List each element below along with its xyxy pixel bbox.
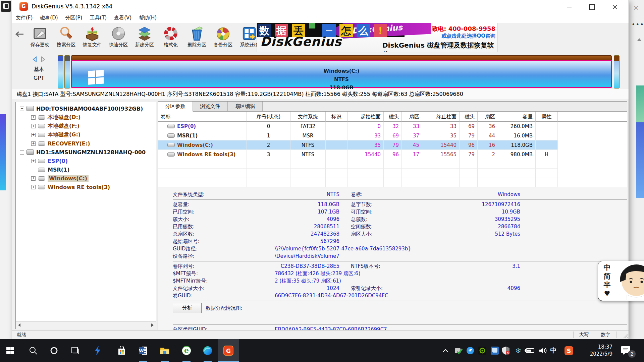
detail-row: 文件系统类型:NTFS卷标:Windows (173, 191, 627, 198)
column-header[interactable]: 容量 (498, 112, 536, 122)
tray-volume-icon[interactable] (538, 343, 548, 358)
column-header[interactable]: 序号(状态) (247, 112, 290, 122)
tool-save-button[interactable]: 保存更改 (27, 24, 53, 53)
column-header[interactable]: 磁头 (460, 112, 478, 122)
menu-item-4[interactable]: 查看(V) (110, 13, 135, 23)
green-browser-icon[interactable]: e (177, 339, 196, 362)
new-icon (137, 26, 152, 41)
collapse-icon[interactable]: − (20, 107, 24, 111)
tab-2[interactable]: 扇区编辑 (228, 102, 263, 111)
column-header[interactable]: 终止柱面 (422, 112, 460, 122)
menu-item-1[interactable]: 磁盘(D) (36, 13, 61, 23)
microsoft-store-icon[interactable] (113, 339, 131, 362)
flash-app-icon[interactable] (89, 339, 107, 362)
column-header[interactable]: 磁头 (384, 112, 402, 122)
tab-0[interactable]: 分区参数 (158, 102, 193, 112)
notification-center-icon[interactable]: 2 (621, 345, 634, 357)
tray-defender-icon[interactable] (501, 343, 511, 358)
column-header[interactable]: 文件系统 (290, 112, 326, 122)
cortana-icon[interactable] (45, 339, 63, 362)
tab-1[interactable]: 浏览文件 (193, 102, 228, 111)
partition-body: Windows(C:) NTFS 118.0GB (71, 60, 612, 88)
ime-status-widget[interactable]: 中简半♥ (598, 261, 644, 301)
menu-item-3[interactable]: 工具(T) (86, 13, 110, 23)
tray-intel-graphics-icon[interactable] (490, 343, 500, 358)
tree-horizontal-scrollbar[interactable] (16, 321, 156, 329)
scroll-right-icon[interactable] (149, 322, 156, 328)
partition-bar-windows-c[interactable]: Windows(C:) NTFS 118.0GB (71, 55, 612, 88)
menu-item-0[interactable]: 文件(F) (12, 13, 36, 23)
tool-recover-button[interactable]: 恢复文件 (79, 24, 105, 53)
tray-nvidia-icon[interactable] (477, 343, 487, 358)
ad-banner[interactable]: 数据丢─怎么! DiskGenius 致电: 400-008-9958 或点击此… (257, 23, 498, 52)
tree-item--d-[interactable]: +本地磁盘(D:) (16, 113, 156, 122)
partition-sliver-esp[interactable] (58, 55, 63, 88)
back-arrow-icon[interactable] (14, 29, 25, 39)
menu-item-5[interactable]: 帮助(H) (135, 13, 160, 23)
analyze-button[interactable]: 分析 (173, 303, 202, 313)
expand-icon[interactable]: + (31, 133, 36, 137)
banner-qq-link[interactable]: 或点击此处选择QQ咨询 (441, 33, 495, 39)
tray-ime-mode[interactable]: 中 (548, 343, 558, 358)
table-row[interactable]: MSR(1)1MSR33693735794416.0MB (158, 131, 627, 140)
table-row[interactable]: Windows(C:)2NTFS357945154409616118.0GB (158, 140, 627, 150)
minimize-button[interactable] (561, 3, 577, 11)
prev-disk-icon[interactable] (32, 56, 37, 62)
resize-grip[interactable] (623, 333, 628, 338)
collapse-icon[interactable]: − (20, 150, 24, 155)
file-explorer-icon[interactable] (156, 339, 174, 362)
edge-icon[interactable] (199, 339, 217, 362)
scroll-left-icon[interactable] (16, 322, 23, 328)
tray-update-check-icon[interactable] (453, 343, 464, 358)
search-taskbar-icon[interactable] (24, 339, 42, 362)
column-header[interactable]: 属性 (536, 112, 558, 122)
partition-sliver-next[interactable] (614, 55, 620, 88)
expand-icon[interactable]: + (31, 176, 36, 181)
expand-icon[interactable]: + (31, 124, 36, 128)
tree-item-hd1-samsungmznln128hahq-000[interactable]: −HD1:SAMSUNGMZNLN128HAHQ-000 (16, 148, 156, 157)
tool-new-button[interactable]: 新建分区 (131, 24, 158, 53)
expand-icon[interactable]: + (31, 159, 36, 163)
expand-icon[interactable]: + (31, 115, 36, 120)
table-row[interactable]: ESP(0)0FAT3203233336936260.0MB (158, 122, 627, 131)
tray-sogou-icon[interactable]: S (564, 343, 574, 358)
tree-item-windows-re-tools-3-[interactable]: +Windows RE tools(3) (16, 183, 156, 191)
maximize-button[interactable] (584, 3, 600, 11)
partition-sliver-msr[interactable] (64, 55, 70, 88)
diskgenius-taskbar-icon[interactable]: G (219, 339, 237, 362)
task-view-icon[interactable] (66, 339, 84, 362)
start-button[interactable] (1, 339, 19, 362)
tool-delete-button[interactable]: 删除分区 (184, 24, 210, 53)
tree-item-msr-1-[interactable]: MSR(1) (16, 165, 156, 174)
column-header[interactable]: 起始柱面 (347, 112, 384, 122)
next-disk-icon[interactable] (41, 56, 46, 62)
taskbar-clock[interactable]: 18:37 2022/5/9 (578, 344, 612, 358)
volume-name: MSR(1) (177, 131, 198, 140)
column-header[interactable]: 扇区 (402, 112, 422, 122)
detail-label: 扇区大小: (351, 230, 411, 238)
tray-battery-icon[interactable] (524, 343, 534, 358)
tray-expand-icon[interactable] (440, 343, 450, 358)
column-header[interactable]: 标识 (326, 112, 347, 122)
close-button[interactable] (607, 3, 623, 11)
tree-item--f-[interactable]: +本地磁盘(F:) (16, 122, 156, 130)
tree-item-recovery-e-[interactable]: +RECOVERY(E:) (16, 139, 156, 148)
column-header[interactable]: 卷标 (158, 112, 247, 122)
menu-item-2[interactable]: 分区(P) (62, 13, 86, 23)
tray-dingtalk-icon[interactable] (465, 343, 475, 358)
tree-item-hd0-toshibamq04abf100-932gb-[interactable]: −HD0:TOSHIBAMQ04ABF100(932GB) (16, 104, 156, 113)
tool-format-button[interactable]: 格式化 (158, 24, 184, 53)
table-row[interactable]: Windows RE tools(3)3NTFS1544096171556579… (158, 150, 627, 159)
disk-info-line: 磁盘1 接口:SATA 型号:SAMSUNGMZNLN128HAHQ-000H1… (12, 89, 629, 99)
tree-item--g-[interactable]: +本地磁盘(G:) (16, 130, 156, 139)
tree-item-windows-c-[interactable]: +Windows(C:) (16, 174, 156, 183)
expand-icon[interactable]: + (31, 185, 36, 189)
column-header[interactable]: 扇区 (478, 112, 498, 122)
expand-icon[interactable]: + (31, 141, 36, 146)
word-icon[interactable]: W (134, 339, 152, 362)
tool-search-button[interactable]: 搜索分区 (53, 24, 79, 53)
tree-item-esp-0-[interactable]: +ESP(0) (16, 157, 156, 165)
tool-quick-button[interactable]: 快速分区 (105, 24, 131, 53)
tray-snowflake-icon[interactable]: ❄ (513, 343, 523, 358)
tool-backup-button[interactable]: 备份分区 (210, 24, 236, 53)
